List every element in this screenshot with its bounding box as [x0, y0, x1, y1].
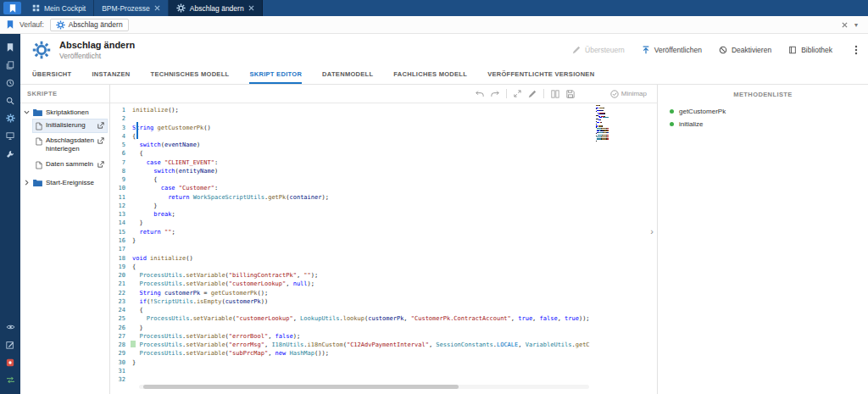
gear-icon	[176, 3, 186, 13]
toolbar-separator	[506, 89, 507, 98]
method-item-getcustomerpk[interactable]: getCustomerPk	[658, 105, 868, 118]
edit-note-icon[interactable]	[0, 336, 20, 353]
code-text: void initialize()	[132, 254, 193, 263]
undo-icon[interactable]	[476, 90, 484, 97]
script-item-initialisierung[interactable]: Initialisierung	[32, 119, 108, 133]
action-button-veroeffentlichen[interactable]: Veröffentlichen	[642, 46, 702, 54]
history-clock-icon[interactable]	[0, 74, 20, 92]
tab-instanzen[interactable]: INSTANZEN	[92, 65, 130, 84]
tab-veroeffentlichte-versionen[interactable]: VERÖFFENTLICHTE VERSIONEN	[487, 65, 594, 84]
kebab-menu-icon[interactable]	[854, 45, 858, 55]
pages-icon[interactable]	[0, 56, 20, 74]
external-link-icon[interactable]	[97, 122, 104, 129]
pencil-icon	[572, 46, 581, 54]
browser-tabs: Mein CockpitBPM-ProzesseAbschlag ändern	[25, 0, 263, 16]
close-icon[interactable]	[248, 5, 254, 11]
code-area[interactable]: 1initialize();23String getCustomerPk()4{…	[110, 103, 657, 394]
line-number: 20	[110, 271, 132, 280]
record-icon[interactable]	[0, 353, 20, 371]
methods-panel-title: METHODENLISTE	[658, 85, 868, 103]
code-text: switch(eventName)	[132, 141, 200, 149]
code-line: 18void initialize()	[110, 254, 657, 263]
history-label: Verlauf:	[19, 20, 44, 29]
gear-icon[interactable]	[0, 109, 20, 127]
folder-icon	[33, 179, 42, 186]
script-item-daten-sammeln[interactable]: Daten sammeln	[32, 158, 108, 172]
method-item-initialize[interactable]: initialize	[658, 118, 868, 130]
code-line: 29 ProcessUtils.setVariable("subPrcMap",…	[110, 349, 657, 358]
eye-icon[interactable]	[0, 318, 20, 336]
chevron-down-icon	[24, 109, 30, 115]
code-line: 5 switch(eventName)	[110, 141, 657, 149]
line-number: 32	[110, 375, 132, 384]
minimap-toggle[interactable]: Minimap	[610, 90, 647, 98]
code-line: 26 }	[110, 324, 657, 332]
external-link-icon[interactable]	[97, 161, 104, 168]
wrench-icon[interactable]	[0, 145, 20, 163]
line-number: 14	[110, 219, 132, 227]
tab-technisches-modell[interactable]: TECHNISCHES MODELL	[151, 65, 230, 84]
folder-icon	[33, 108, 42, 116]
browser-tab-abschlag-aendern[interactable]: Abschlag ändern	[169, 0, 263, 16]
method-status-dot	[670, 109, 674, 114]
script-item-abschlagsdaten-hinterlegen[interactable]: Abschlagsdaten hinterlegen	[32, 134, 108, 157]
close-icon[interactable]	[154, 5, 160, 11]
chevron-down-icon[interactable]: ▾	[854, 21, 858, 29]
search-icon[interactable]	[0, 92, 20, 109]
browser-tab-mein-cockpit[interactable]: Mein Cockpit	[25, 0, 94, 16]
tree-folder-skriptaktionen[interactable]: Skriptaktionen	[20, 107, 109, 118]
bookmark-icon[interactable]	[0, 38, 20, 56]
horizontal-scrollbar[interactable]	[139, 385, 589, 389]
history-chip-label: Abschlag ändern	[69, 20, 123, 29]
line-number: 13	[110, 210, 132, 219]
code-text: case "CLIENT_EVENT":	[132, 158, 218, 167]
sidebar-rail	[0, 34, 20, 394]
tab-uebersicht[interactable]: ÜBERSICHT	[32, 65, 71, 84]
line-number: 24	[110, 306, 132, 314]
code-line: 22 String customerPk = getCustomerPk();	[110, 289, 657, 297]
diff-icon[interactable]	[551, 90, 559, 98]
action-button-bibliothek[interactable]: Bibliothek	[788, 46, 832, 54]
scrollbar-thumb[interactable]	[143, 385, 459, 389]
save-icon[interactable]	[566, 90, 575, 98]
browser-tab-bpm-prozesse[interactable]: BPM-Prozesse	[94, 0, 169, 16]
tree-item-label: Initialisierung	[46, 121, 95, 130]
external-link-icon[interactable]	[97, 137, 104, 144]
code-line: 19{	[110, 263, 657, 271]
tab-skript-editor[interactable]: SKRIPT EDITOR	[249, 65, 302, 84]
code-text: }	[132, 202, 158, 210]
code-line: 2	[110, 114, 657, 123]
action-button-uebersteuern[interactable]: Übersteuern	[572, 46, 625, 54]
swap-arrows-icon[interactable]	[0, 371, 20, 389]
methods-list: getCustomerPkinitialize	[658, 103, 868, 130]
tree-folder-label: Skriptaktionen	[46, 108, 89, 116]
app-logo[interactable]	[3, 2, 21, 14]
maximize-icon[interactable]	[514, 90, 521, 97]
line-number: 2	[110, 114, 132, 123]
line-number: 27	[110, 332, 132, 341]
chevron-right-icon	[24, 180, 30, 186]
code-text: case "Customer":	[132, 184, 218, 192]
code-text: return WorkSpaceScriptUtils.getPk(contai…	[132, 193, 329, 202]
redo-icon[interactable]	[491, 90, 499, 97]
bookmark-icon[interactable]	[7, 20, 14, 29]
selection-decoration	[136, 122, 138, 139]
code-text: if(!ScriptUtils.isEmpty(customerPk))	[132, 297, 268, 306]
tab-datenmodell[interactable]: DATENMODELL	[322, 65, 373, 84]
tab-fachliches-modell[interactable]: FACHLICHES MODELL	[393, 65, 467, 84]
action-button-deaktivieren[interactable]: Deaktivieren	[719, 46, 771, 54]
modified-line-marker	[131, 341, 136, 347]
close-icon[interactable]	[842, 22, 848, 28]
code-line: 4{	[110, 132, 657, 141]
edit-icon[interactable]	[528, 90, 537, 98]
tree-item-label: Abschlagsdaten hinterlegen	[46, 136, 95, 154]
collapse-panel-handle[interactable]: ›	[650, 227, 654, 236]
publish-icon	[642, 46, 650, 54]
history-chip[interactable]: Abschlag ändern	[50, 19, 129, 31]
minimap[interactable]	[595, 105, 609, 144]
code-line: 24 {	[110, 306, 657, 314]
code-text: ProcessUtils.setVariable("customerLookup…	[132, 314, 590, 323]
tree-folder-start-ereignisse[interactable]: Start-Ereignisse	[20, 177, 109, 188]
monitor-icon[interactable]	[0, 127, 20, 145]
line-number: 7	[110, 158, 132, 167]
